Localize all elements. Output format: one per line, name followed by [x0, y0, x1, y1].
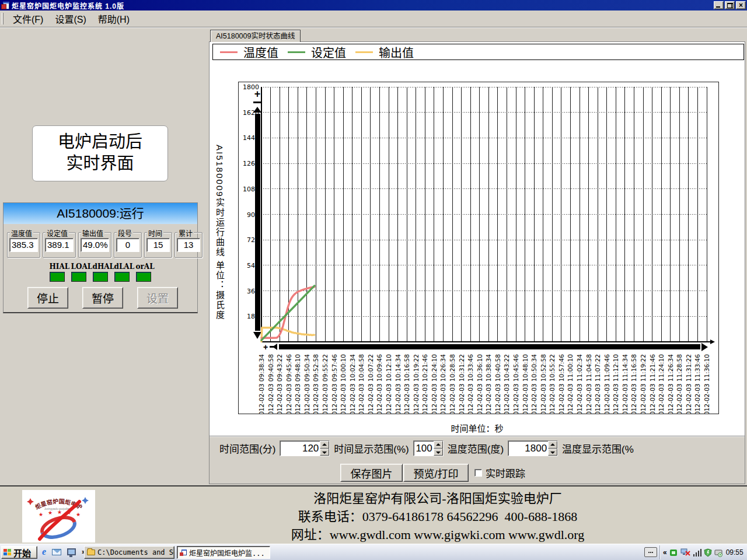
svg-text:2012-02-03 09:43:22: 2012-02-03 09:43:22 [276, 354, 283, 414]
svg-text:2012-02-03 10:48:10: 2012-02-03 10:48:10 [522, 354, 529, 414]
svg-text:2012-02-03 10:38:34: 2012-02-03 10:38:34 [485, 354, 492, 414]
field-value[interactable]: 15 [146, 238, 170, 252]
taskbar-task-2[interactable]: 炬星窑炉国炬电炉监... [177, 546, 270, 559]
range-spinner-1[interactable]: 120 [280, 440, 330, 456]
horizontal-zoom-scrollbar[interactable]: + [263, 342, 708, 352]
taskbar-task-1[interactable]: C:\Documents and Se... [84, 546, 174, 559]
svg-text:2012-02-03 10:55:22: 2012-02-03 10:55:22 [549, 354, 556, 414]
field-label: 输出值 [81, 228, 104, 238]
notice-line2: 实时界面 [33, 153, 167, 174]
svg-text:2012-02-03 11:12:10: 2012-02-03 11:12:10 [612, 354, 619, 414]
alarm-indicator: HIAL [50, 262, 65, 282]
panel-buttons: 停止暂停设置 [4, 287, 197, 309]
logo-stars: ★★ ★★ ★ [39, 509, 81, 517]
quick-launch: e » [42, 547, 86, 557]
svg-text:2012-02-03 11:07:22: 2012-02-03 11:07:22 [594, 354, 601, 414]
alarm-lamp-orAL [136, 272, 151, 282]
preview-print-button[interactable]: 预览/打印 [403, 464, 469, 482]
task-label: C:\Documents and Se... [97, 548, 174, 556]
restore-button[interactable] [725, 1, 735, 9]
svg-text:2012-02-03 11:02:34: 2012-02-03 11:02:34 [576, 354, 583, 414]
svg-text:2012-02-03 09:52:58: 2012-02-03 09:52:58 [312, 354, 319, 414]
svg-text:2012-02-03 11:31:22: 2012-02-03 11:31:22 [685, 354, 692, 414]
svg-text:2012-02-03 09:40:58: 2012-02-03 09:40:58 [267, 354, 274, 414]
realtime-track-checkbox[interactable] [474, 469, 482, 477]
start-button[interactable]: 开始 [1, 546, 37, 559]
legend-dash [355, 51, 373, 53]
field-group: 输出值49.0% [78, 232, 111, 258]
chart-area[interactable]: 18036054072090010801260144016201800++201… [238, 82, 719, 414]
field-label: 时间 [147, 228, 163, 238]
svg-text:2012-02-03 10:09:46: 2012-02-03 10:09:46 [376, 354, 383, 414]
spinner-down-icon[interactable] [320, 449, 329, 456]
alarm-indicator: dHAL [93, 262, 109, 282]
desktop-icon[interactable] [67, 548, 76, 555]
field-label: 温度值 [10, 228, 33, 238]
svg-text:+: + [263, 342, 268, 352]
spinner-up-icon[interactable] [320, 441, 329, 449]
svg-text:2012-02-03 10:02:34: 2012-02-03 10:02:34 [349, 354, 356, 414]
svg-text:2012-02-03 10:00:10: 2012-02-03 10:00:10 [340, 354, 347, 414]
save-image-button[interactable]: 保存图片 [340, 464, 403, 482]
range-label-4: 温度显示范围(% [562, 441, 634, 456]
network-disconnected-icon[interactable] [680, 548, 691, 557]
notice-box: 电炉启动后 实时界面 [32, 125, 168, 181]
svg-text:2012-02-03 10:12:10: 2012-02-03 10:12:10 [385, 354, 392, 414]
svg-text:★: ★ [76, 512, 81, 517]
close-icon: × [736, 1, 745, 9]
spinner-down-icon[interactable] [548, 449, 557, 456]
spinner-up-icon[interactable] [548, 441, 557, 449]
svg-text:2012-02-03 11:04:58: 2012-02-03 11:04:58 [585, 354, 592, 414]
range-spinner-3[interactable]: 1800 [508, 440, 558, 456]
menu-item-3[interactable]: 帮助(H) [92, 13, 135, 26]
svg-text:2012-02-03 09:38:34: 2012-02-03 09:38:34 [258, 354, 265, 414]
mail-icon[interactable] [52, 549, 61, 555]
field-value[interactable]: 49.0% [81, 238, 109, 252]
drive-activity-icon[interactable] [714, 548, 722, 557]
alarm-indicator: LOAL [71, 262, 87, 282]
svg-text:2012-02-03 10:31:22: 2012-02-03 10:31:22 [458, 354, 465, 414]
tray-app-icon[interactable] [669, 548, 678, 557]
field-value[interactable]: 0 [116, 238, 139, 252]
spinner-up-icon[interactable] [434, 441, 443, 449]
menu-item-2[interactable]: 设置(S) [49, 13, 92, 26]
security-shield-icon[interactable] [704, 548, 712, 557]
field-value[interactable]: 389.1 [45, 238, 74, 252]
svg-text:2012-02-03 10:36:10: 2012-02-03 10:36:10 [476, 354, 483, 414]
svg-text:2012-02-03 09:48:10: 2012-02-03 09:48:10 [294, 354, 301, 414]
range-label-1: 时间范围(分) [219, 441, 275, 456]
alarm-lamp-LOAL [71, 272, 86, 282]
svg-text:2012-02-03 11:16:58: 2012-02-03 11:16:58 [630, 354, 637, 414]
task-label: 炬星窑炉国炬电炉监... [189, 548, 265, 558]
svg-text:2012-02-03 09:57:46: 2012-02-03 09:57:46 [331, 354, 338, 414]
svg-text:2012-02-03 11:26:34: 2012-02-03 11:26:34 [667, 354, 674, 414]
field-group: 设定值389.1 [43, 232, 76, 258]
input-method-icon[interactable] [644, 547, 657, 557]
alarm-lamp-dLAL [114, 272, 130, 282]
internet-explorer-icon[interactable]: e [42, 547, 46, 557]
close-button[interactable]: × [736, 1, 746, 9]
field-value[interactable]: 13 [177, 238, 200, 252]
spinner-value: 100 [414, 441, 434, 456]
svg-text:★: ★ [48, 510, 53, 516]
window-title: 炬星窑炉国炬电炉监控系统 1.0版 [12, 1, 124, 10]
svg-text:+: + [254, 88, 261, 100]
field-value[interactable]: 385.3 [9, 238, 38, 252]
stop-button[interactable]: 停止 [27, 287, 68, 309]
svg-text:2012-02-03 11:19:22: 2012-02-03 11:19:22 [640, 354, 647, 414]
minimize-button[interactable] [714, 1, 724, 9]
pause-button[interactable]: 暂停 [82, 287, 123, 309]
signal-strength-icon[interactable] [693, 548, 701, 557]
tray-chevron[interactable]: « [663, 548, 667, 556]
spinner-down-icon[interactable] [434, 449, 443, 456]
menu-item-1[interactable]: 文件(F) [7, 13, 49, 26]
tab-realtime-curve[interactable]: AI5180009实时状态曲线 [210, 30, 301, 42]
alarm-lamp-dHAL [93, 272, 108, 282]
contact-phone: 联系电话：0379-64186178 64562296 400-688-1868 [169, 508, 706, 526]
range-spinner-2[interactable]: 100 [413, 440, 444, 456]
realtime-track-label: 实时跟踪 [486, 466, 525, 480]
series-输出值 [261, 328, 315, 342]
alarm-row: HIALLOALdHALdLALorAL [4, 262, 197, 282]
svg-text:★: ★ [57, 509, 62, 515]
svg-text:2012-02-03 11:36:10: 2012-02-03 11:36:10 [703, 354, 710, 414]
